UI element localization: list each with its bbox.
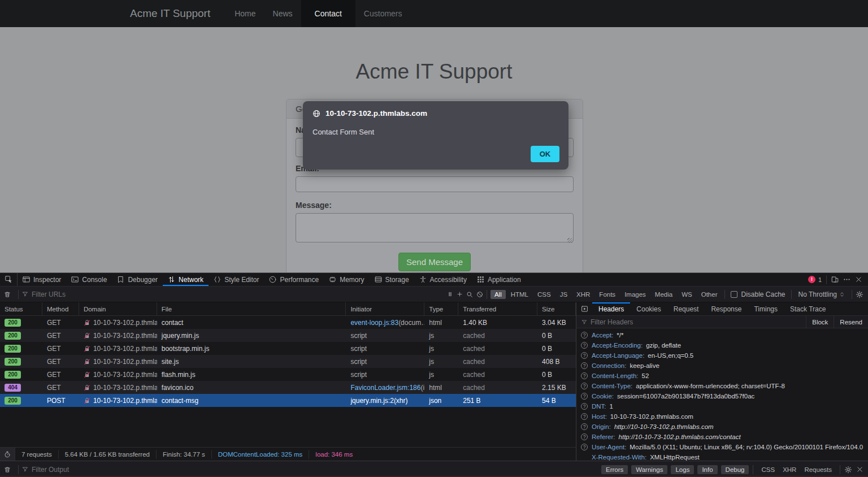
- devtools-tab-inspector[interactable]: Inspector: [18, 273, 66, 286]
- question-circle-icon[interactable]: ?: [581, 403, 588, 410]
- block-button[interactable]: Block: [806, 316, 834, 328]
- close-console-icon[interactable]: [856, 466, 863, 473]
- type-filter-css[interactable]: CSS: [533, 290, 555, 299]
- network-request-row[interactable]: 200GET10-10-73-102.p.thmla…bootstrap.min…: [0, 342, 576, 355]
- initiator-link[interactable]: event-loop.js:83: [350, 319, 398, 327]
- initiator-link[interactable]: jquery.min.js:2: [350, 397, 393, 405]
- log-category-requests[interactable]: Requests: [800, 466, 836, 473]
- filter-urls-input[interactable]: [32, 290, 444, 298]
- detail-tab-response[interactable]: Response: [705, 302, 748, 315]
- question-circle-icon[interactable]: ?: [581, 393, 588, 400]
- nav-item-home[interactable]: Home: [226, 0, 264, 27]
- network-request-row[interactable]: 200GET10-10-73-102.p.thmla…site.jsscript…: [0, 355, 576, 368]
- initiator-link[interactable]: FaviconLoader.jsm:186: [350, 384, 420, 392]
- question-circle-icon[interactable]: ?: [581, 332, 588, 339]
- type-filter-html[interactable]: HTML: [507, 290, 532, 299]
- performance-analysis-button[interactable]: [0, 448, 15, 461]
- devtools-tab-console[interactable]: Console: [66, 273, 112, 286]
- search-icon[interactable]: [466, 291, 473, 298]
- question-circle-icon[interactable]: ?: [581, 352, 588, 359]
- devtools-tab-accessibility[interactable]: Accessibility: [414, 273, 472, 286]
- log-category-css[interactable]: CSS: [757, 466, 779, 473]
- console-settings-gear-icon[interactable]: [844, 466, 852, 474]
- nav-item-news[interactable]: News: [264, 0, 301, 27]
- log-level-warnings[interactable]: Warnings: [631, 465, 667, 474]
- question-circle-icon[interactable]: ?: [581, 423, 588, 430]
- log-level-errors[interactable]: Errors: [601, 465, 628, 474]
- type-filter-js[interactable]: JS: [556, 290, 571, 299]
- disable-cache-control[interactable]: Disable Cache: [728, 290, 787, 298]
- responsive-design-icon[interactable]: [831, 276, 839, 283]
- block-requests-icon[interactable]: [476, 291, 483, 298]
- detail-tab-cookies[interactable]: Cookies: [630, 302, 667, 315]
- send-message-button[interactable]: Send Message: [398, 253, 471, 271]
- type-filter-ws[interactable]: WS: [678, 290, 696, 299]
- request-header-row: ?DNT:1: [576, 401, 868, 411]
- resend-button[interactable]: Resend: [834, 316, 868, 328]
- devtools-tab-style-editor[interactable]: Style Editor: [209, 273, 264, 286]
- log-category-xhr[interactable]: XHR: [779, 466, 800, 473]
- devtools-tab-network[interactable]: Network: [163, 273, 209, 286]
- filter-headers-input[interactable]: [591, 318, 802, 326]
- log-level-logs[interactable]: Logs: [671, 465, 694, 474]
- network-request-row[interactable]: 200GET10-10-73-102.p.thmla…flash.min.jss…: [0, 368, 576, 381]
- pause-traffic-icon[interactable]: [447, 291, 453, 297]
- question-circle-icon[interactable]: ?: [581, 433, 588, 440]
- details-sidebar-toggle[interactable]: [576, 302, 592, 315]
- question-circle-icon[interactable]: ?: [581, 383, 588, 389]
- question-circle-icon[interactable]: ?: [581, 413, 588, 420]
- close-devtools-icon[interactable]: [855, 276, 862, 283]
- network-request-row[interactable]: 200GET10-10-73-102.p.thmla…jquery.min.js…: [0, 329, 576, 342]
- message-field[interactable]: [296, 213, 574, 242]
- column-header-type[interactable]: Type: [424, 302, 458, 315]
- question-circle-icon[interactable]: ?: [581, 342, 588, 349]
- nav-item-customers[interactable]: Customers: [355, 0, 411, 27]
- detail-tab-timings[interactable]: Timings: [748, 302, 784, 315]
- filter-output-input[interactable]: [32, 466, 598, 474]
- devtools-tab-memory[interactable]: Memory: [324, 273, 369, 286]
- type-filter-media[interactable]: Media: [651, 290, 676, 299]
- alert-ok-button[interactable]: OK: [531, 146, 559, 162]
- add-request-icon[interactable]: [457, 291, 463, 297]
- more-options-icon[interactable]: [843, 276, 850, 283]
- clear-console-button[interactable]: [0, 461, 15, 477]
- question-circle-icon[interactable]: ?: [581, 362, 588, 369]
- throttling-select[interactable]: No Throttling: [795, 290, 848, 298]
- devtools-tab-performance[interactable]: Performance: [264, 273, 324, 286]
- column-header-method[interactable]: Method: [42, 302, 79, 315]
- column-header-file[interactable]: File: [157, 302, 346, 315]
- devtools-tab-application[interactable]: Application: [472, 273, 526, 286]
- column-header-domain[interactable]: Domain: [79, 302, 157, 315]
- email-field[interactable]: [296, 176, 574, 192]
- network-request-row[interactable]: 200POST10-10-73-102.p.thmla…contact-msgj…: [0, 394, 576, 407]
- nav-item-contact[interactable]: Contact: [301, 0, 355, 27]
- type-filter-images[interactable]: Images: [620, 290, 650, 299]
- type-filter-other[interactable]: Other: [697, 290, 722, 299]
- detail-tab-headers[interactable]: Headers: [592, 302, 630, 315]
- detail-tab-request[interactable]: Request: [667, 302, 705, 315]
- type-filter-fonts[interactable]: Fonts: [595, 290, 619, 299]
- network-request-row[interactable]: 200GET10-10-73-102.p.thmla…contactevent-…: [0, 316, 576, 329]
- network-settings-gear-icon[interactable]: [856, 290, 863, 298]
- clear-requests-button[interactable]: [0, 287, 15, 302]
- type-filter-all[interactable]: All: [491, 290, 506, 299]
- devtools-tab-storage[interactable]: Storage: [370, 273, 414, 286]
- column-header-initiator[interactable]: Initiator: [346, 302, 424, 315]
- disable-cache-checkbox[interactable]: [731, 291, 737, 298]
- header-name: User-Agent:: [592, 444, 626, 450]
- detail-tab-stack-trace[interactable]: Stack Trace: [784, 302, 832, 315]
- log-level-debug[interactable]: Debug: [721, 465, 749, 474]
- resize-grip-icon[interactable]: [567, 238, 572, 243]
- pick-element-button[interactable]: [0, 273, 17, 286]
- log-level-info[interactable]: Info: [697, 465, 717, 474]
- type-filter-xhr[interactable]: XHR: [572, 290, 594, 299]
- question-circle-icon[interactable]: ?: [581, 372, 588, 379]
- devtools-tab-debugger[interactable]: Debugger: [112, 273, 163, 286]
- question-circle-icon[interactable]: ?: [581, 444, 588, 450]
- column-header-transferred[interactable]: Transferred: [458, 302, 537, 315]
- network-request-row[interactable]: 404GET10-10-73-102.p.thmla…favicon.icoFa…: [0, 381, 576, 394]
- column-header-status[interactable]: Status: [0, 302, 42, 315]
- accessibility-icon: [419, 276, 427, 283]
- column-header-size[interactable]: Size: [537, 302, 576, 315]
- page-content: Acme IT Support Contact Us Get in touch …: [0, 27, 868, 272]
